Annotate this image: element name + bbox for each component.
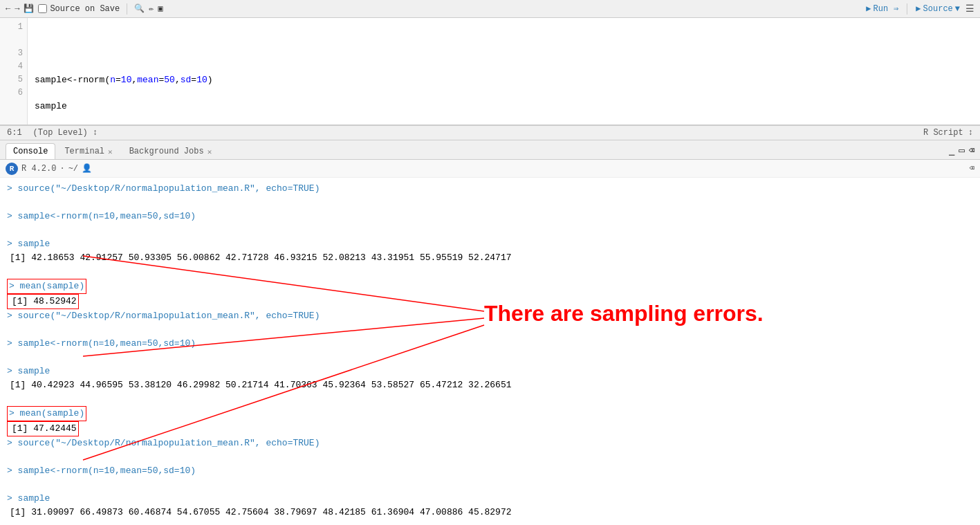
tab-actions: ⎯ ▭ ⌫: [949, 145, 974, 159]
run-icon: ▶: [866, 3, 871, 14]
blank-6: [7, 392, 973, 406]
console-output[interactable]: > source("~/Desktop/R/normalpopulation_m…: [0, 178, 980, 525]
console-line-8: > sample<-rnorm(n=10,mean=50,sd=10): [7, 464, 973, 478]
re-run-icon: ⇒: [894, 3, 898, 14]
search-icon: 🔍: [134, 3, 145, 14]
console-output-2: [1] 40.42923 44.96595 53.38120 46.29982 …: [7, 378, 973, 392]
code-editor: 1 3 4 5 6 sample<-rnorm(n=10,mean=50,sd=…: [0, 18, 980, 125]
source-arrow-icon: ▶: [916, 3, 921, 14]
r-path: ~/: [68, 164, 78, 174]
console-mean-cmd-2: > mean(sample): [7, 406, 973, 421]
forward-button[interactable]: →: [15, 4, 19, 14]
compile-button[interactable]: ▣: [158, 3, 163, 14]
console-mean-result-2: [1] 47.42445: [7, 421, 973, 436]
tab-terminal-close[interactable]: ✕: [108, 147, 113, 156]
result-box-2: [1] 47.42445: [7, 421, 79, 436]
source-on-save-checkbox[interactable]: [38, 4, 47, 13]
editor-content[interactable]: sample<-rnorm(n=10,mean=50,sd=10) sample…: [28, 18, 980, 125]
tab-background-jobs[interactable]: Background Jobs ✕: [122, 143, 220, 159]
console-output-3: [1] 31.09097 66.49873 60.46874 54.67055 …: [7, 506, 973, 519]
scope-indicator[interactable]: (Top Level) ↕: [33, 128, 98, 138]
console-mean-cmd-1: > mean(sample): [7, 279, 973, 294]
toolbar-separator: [127, 3, 127, 15]
blank-3: [7, 265, 973, 279]
r-version-info: R R 4.2.0 · ~/ 👤: [6, 163, 92, 175]
tab-background-jobs-close[interactable]: ✕: [207, 147, 212, 156]
r-separator: ·: [59, 164, 64, 174]
forward-icon: →: [15, 4, 19, 14]
save-icon: 💾: [24, 3, 34, 14]
r-logo: R: [6, 163, 18, 175]
back-button[interactable]: ←: [6, 4, 10, 14]
tab-terminal-label: Terminal: [64, 147, 104, 156]
console-line-7: > source("~/Desktop/R/normalpopulation_m…: [7, 436, 973, 450]
console-line-4: > source("~/Desktop/R/normalpopulation_m…: [7, 309, 973, 323]
blank-8: [7, 478, 973, 492]
save-button[interactable]: 💾: [24, 3, 34, 14]
hamburger-icon[interactable]: ☰: [965, 3, 974, 15]
console-line-6: > sample: [7, 365, 973, 378]
source-dropdown-icon: ▼: [955, 4, 960, 14]
console-output-1: [1] 42.18653 42.91257 50.93305 56.00862 …: [7, 251, 973, 265]
console-line-2: > sample<-rnorm(n=10,mean=50,sd=10): [7, 210, 973, 223]
source-button[interactable]: ▶ Source ▼: [916, 3, 960, 14]
re-run-button[interactable]: ⇒: [894, 3, 898, 14]
result-box-cmd-1: > mean(sample): [7, 279, 86, 294]
result-box-1: [1] 48.52942: [7, 294, 79, 309]
console-line-1: > source("~/Desktop/R/normalpopulation_m…: [7, 182, 973, 196]
toolbar-right: ▶ Run ⇒ ▶ Source ▼ ☰: [866, 3, 974, 15]
console-line-3: > sample: [7, 237, 973, 251]
search-button[interactable]: 🔍: [134, 3, 145, 14]
tab-bar: Console Terminal ✕ Background Jobs ✕ ⎯ ▭…: [0, 140, 980, 160]
clear-console-icon[interactable]: ⌫: [969, 145, 974, 156]
clear-icon[interactable]: ⌫: [970, 163, 974, 174]
tab-background-jobs-label: Background Jobs: [129, 147, 204, 156]
blank-4: [7, 323, 973, 337]
run-button[interactable]: ▶ Run: [866, 3, 888, 14]
console-mean-result-1: [1] 48.52942: [7, 294, 973, 309]
blank-7: [7, 450, 973, 464]
tools-icon: ✏️: [149, 3, 154, 14]
console-toolbar: R R 4.2.0 · ~/ 👤 ⌫: [0, 160, 980, 178]
console-right-actions: ⌫: [970, 163, 974, 174]
minimize-icon[interactable]: ⎯: [949, 145, 954, 156]
maximize-icon[interactable]: ▭: [959, 145, 964, 156]
tab-console-label: Console: [13, 147, 48, 156]
blank-2: [7, 223, 973, 237]
blank-9: [7, 519, 973, 525]
toolbar-sep2: [907, 3, 907, 15]
editor-toolbar: ← → 💾 Source on Save 🔍 ✏️ ▣ ▶ Run ⇒ ▶ So…: [0, 0, 980, 18]
blank-5: [7, 351, 973, 365]
tools-button[interactable]: ✏️: [149, 3, 154, 14]
source-on-save-label[interactable]: Source on Save: [38, 4, 120, 14]
cursor-position: 6:1: [7, 128, 22, 138]
compile-icon: ▣: [158, 3, 163, 14]
tab-console[interactable]: Console: [6, 143, 55, 159]
line-numbers: 1 3 4 5 6: [0, 18, 28, 125]
script-type[interactable]: R Script ↕: [923, 128, 973, 138]
console-line-9: > sample: [7, 492, 973, 506]
status-bar: 6:1 (Top Level) ↕ R Script ↕: [0, 125, 980, 140]
result-box-cmd-2: > mean(sample): [7, 406, 86, 421]
console-line-5: > sample<-rnorm(n=10,mean=50,sd=10): [7, 337, 973, 351]
blank-1: [7, 196, 973, 210]
r-nav-icon[interactable]: 👤: [82, 163, 92, 174]
tab-terminal[interactable]: Terminal ✕: [57, 143, 120, 159]
r-version-text: R 4.2.0: [21, 164, 56, 174]
back-icon: ←: [6, 4, 10, 14]
